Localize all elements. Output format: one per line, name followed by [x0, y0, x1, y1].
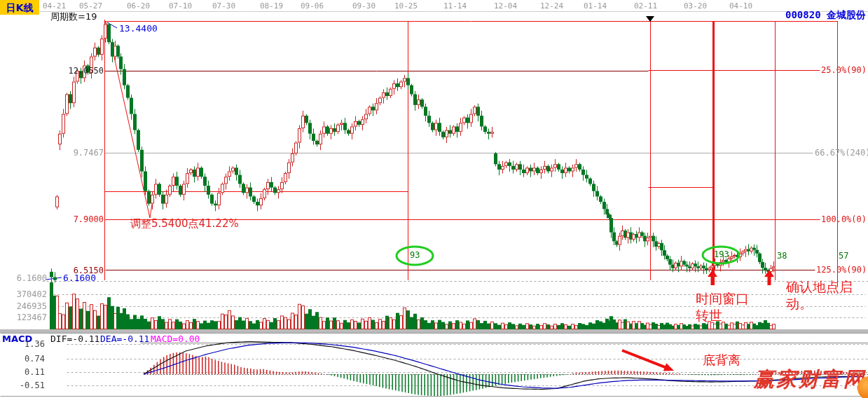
- dif-value-label: DIF=-0.11: [50, 334, 99, 343]
- period-count-label: 周期数=19: [50, 12, 97, 21]
- macd-axis-label-0.11: 0.11: [0, 368, 45, 376]
- percent-line-label-66.67%(240): 66.67%(240): [815, 149, 868, 157]
- chart-type-button[interactable]: 日K线: [0, 0, 39, 15]
- date-tick-04-21: 04-21: [43, 2, 66, 10]
- date-tick-07-10: 07-10: [169, 2, 192, 10]
- date-tick-05-27: 05-27: [79, 2, 102, 10]
- date-tick-10-25: 10-25: [394, 2, 418, 10]
- dea-value-label: DEA=-0.11: [100, 334, 149, 343]
- stock-code-name-label: 000820 金城股份: [785, 10, 866, 20]
- peak-price-callout: 13.4400: [119, 24, 158, 33]
- confirm-launch-annotation: 确认地点启动。: [786, 279, 868, 313]
- date-tick-01-14: 01-14: [584, 2, 607, 10]
- price-axis-label-12.0550: 12.0550: [48, 67, 104, 75]
- volume-axis-label-370402: 370402: [0, 290, 47, 298]
- date-tick-07-30: 07-30: [212, 2, 235, 10]
- bar-count-193-label: 193: [714, 250, 729, 259]
- time-window-annotation-line1: 时间窗口: [696, 292, 749, 306]
- date-tick-12-24: 12-24: [540, 2, 563, 10]
- time-window-annotation-line2: 转世: [696, 309, 722, 322]
- future-days-57-label: 57: [839, 252, 848, 260]
- date-tick-03-20: 03-20: [684, 2, 707, 10]
- macd-axis-label--0.51: -0.51: [0, 381, 45, 390]
- price-axis-label-6.5150: 6.5150: [48, 266, 104, 275]
- volume-axis-label-123467: 123467: [0, 313, 47, 322]
- price-axis-label-6.1600: 6.1600: [0, 274, 47, 282]
- date-tick-11-14: 11-14: [443, 2, 467, 10]
- percent-line-label-100.0%(0): 100.0%(0): [821, 215, 867, 224]
- price-axis-label-9.7467: 9.7467: [48, 149, 104, 157]
- chart-window: 日K线 周期数=19 000820 金城股份 13.4400 6.1600 调整…: [0, 0, 868, 398]
- price-axis-label-7.9000: 7.9000: [48, 215, 104, 224]
- volume-axis-label-246935: 246935: [0, 302, 47, 310]
- date-tick-09-06: 09-06: [301, 2, 324, 10]
- macd-axis-label-1.36: 1.36: [0, 340, 45, 348]
- watermark-text: 赢家财富网: [754, 369, 866, 390]
- percent-line-label-125.0%(90): 125.0%(90): [816, 266, 867, 274]
- date-tick-09-30: 09-30: [352, 2, 376, 10]
- bottom-divergence-annotation: 底背离: [703, 354, 740, 366]
- date-tick-06-20: 06-20: [127, 2, 150, 10]
- future-days-38-label: 38: [777, 252, 787, 260]
- macd-value-label: MACD=0.00: [151, 334, 200, 343]
- date-tick-08-19: 08-19: [260, 2, 283, 10]
- retracement-annotation: 调整5.5400点41.22%: [130, 219, 239, 229]
- date-tick-02-11: 02-11: [634, 2, 657, 10]
- date-tick-12-04: 12-04: [494, 2, 517, 10]
- macd-axis-label-0.74: 0.74: [0, 355, 45, 363]
- bar-count-93-label: 93: [410, 251, 420, 259]
- percent-line-label-25.0%(90): 25.0%(90): [821, 66, 867, 74]
- date-tick-04-10: 04-10: [729, 2, 752, 10]
